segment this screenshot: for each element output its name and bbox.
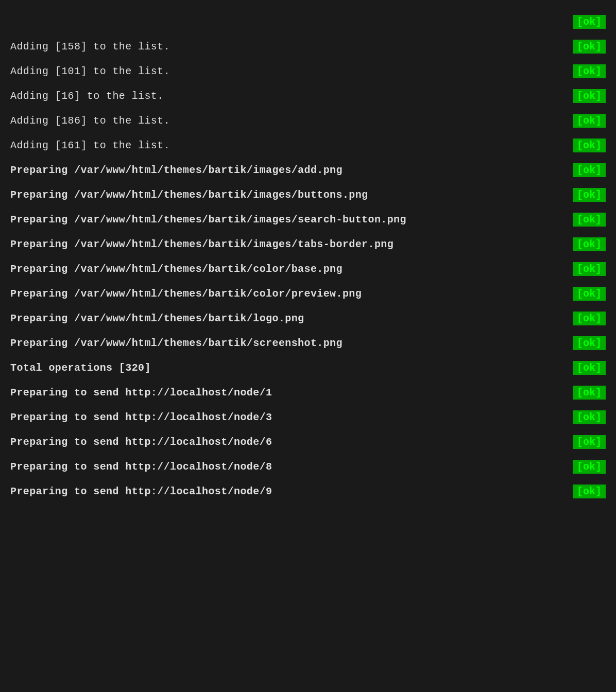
terminal-row: Preparing /var/www/html/themes/bartik/co… — [0, 256, 616, 281]
ok-badge: [ok] — [573, 213, 606, 227]
ok-badge: [ok] — [573, 262, 606, 276]
terminal-row: Preparing /var/www/html/themes/bartik/im… — [0, 182, 616, 207]
ok-badge: [ok] — [573, 237, 606, 251]
terminal-row: Preparing to send http://localhost/node/… — [0, 429, 616, 454]
terminal-message: Preparing /var/www/html/themes/bartik/co… — [10, 263, 562, 275]
terminal-message: Preparing to send http://localhost/node/… — [10, 411, 562, 423]
terminal-message: Preparing /var/www/html/themes/bartik/im… — [10, 214, 562, 226]
terminal-message: Adding [186] to the list. — [10, 115, 562, 127]
terminal-message: Preparing /var/www/html/themes/bartik/im… — [10, 189, 562, 201]
ok-badge: [ok] — [573, 114, 606, 128]
terminal-container: [ok]Adding [158] to the list.[ok]Adding … — [0, 5, 616, 692]
terminal-row: Preparing to send http://localhost/node/… — [0, 405, 616, 429]
ok-badge: [ok] — [573, 435, 606, 449]
ok-badge: [ok] — [573, 64, 606, 78]
terminal-message: Preparing /var/www/html/themes/bartik/sc… — [10, 337, 562, 349]
terminal-message: Adding [161] to the list. — [10, 140, 562, 151]
terminal-row: Total operations [320][ok] — [0, 355, 616, 380]
terminal-message: Preparing /var/www/html/themes/bartik/co… — [10, 288, 562, 300]
ok-badge: [ok] — [573, 89, 606, 103]
terminal-message: Preparing /var/www/html/themes/bartik/lo… — [10, 313, 562, 324]
ok-badge: [ok] — [573, 460, 606, 474]
terminal-message: Preparing to send http://localhost/node/… — [10, 461, 562, 473]
terminal-row: Preparing /var/www/html/themes/bartik/im… — [0, 158, 616, 182]
terminal-row: Adding [158] to the list.[ok] — [0, 34, 616, 59]
ok-badge: [ok] — [573, 188, 606, 202]
terminal-row: Adding [186] to the list.[ok] — [0, 108, 616, 133]
terminal-message: Preparing /var/www/html/themes/bartik/im… — [10, 238, 562, 250]
ok-badge: [ok] — [573, 163, 606, 177]
terminal-message: Total operations [320] — [10, 362, 562, 374]
ok-badge: [ok] — [573, 336, 606, 350]
ok-badge: [ok] — [573, 361, 606, 375]
terminal-row: Adding [16] to the list.[ok] — [0, 83, 616, 108]
terminal-row: Preparing /var/www/html/themes/bartik/im… — [0, 207, 616, 232]
ok-badge: [ok] — [573, 15, 606, 29]
ok-badge: [ok] — [573, 386, 606, 400]
terminal-message: Preparing to send http://localhost/node/… — [10, 436, 562, 448]
terminal-message: Adding [158] to the list. — [10, 41, 562, 53]
ok-badge: [ok] — [573, 410, 606, 424]
terminal-message: Preparing to send http://localhost/node/… — [10, 387, 562, 399]
terminal-row: Adding [161] to the list.[ok] — [0, 133, 616, 158]
terminal-row: Preparing /var/www/html/themes/bartik/co… — [0, 281, 616, 306]
terminal-message: Preparing to send http://localhost/node/… — [10, 486, 562, 497]
terminal-row: Preparing to send http://localhost/node/… — [0, 380, 616, 405]
ok-badge: [ok] — [573, 287, 606, 301]
terminal-row: Preparing to send http://localhost/node/… — [0, 479, 616, 504]
terminal-row: Preparing /var/www/html/themes/bartik/im… — [0, 232, 616, 256]
ok-badge: [ok] — [573, 139, 606, 152]
terminal-row: Preparing /var/www/html/themes/bartik/lo… — [0, 306, 616, 331]
terminal-row: Preparing to send http://localhost/node/… — [0, 454, 616, 479]
terminal-message: Adding [101] to the list. — [10, 65, 562, 77]
ok-badge: [ok] — [573, 40, 606, 54]
terminal-row: Adding [101] to the list.[ok] — [0, 59, 616, 83]
terminal-message: Adding [16] to the list. — [10, 90, 562, 102]
ok-badge: [ok] — [573, 312, 606, 325]
terminal-row: Preparing /var/www/html/themes/bartik/sc… — [0, 331, 616, 355]
terminal-row: [ok] — [0, 9, 616, 34]
terminal-message: Preparing /var/www/html/themes/bartik/im… — [10, 164, 562, 176]
ok-badge: [ok] — [573, 485, 606, 498]
